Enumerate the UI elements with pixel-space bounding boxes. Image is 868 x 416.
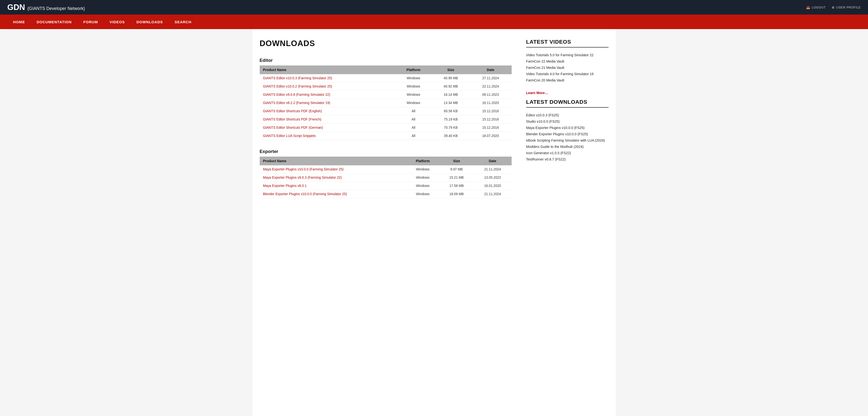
cell-date: 22.11.2024 [469,82,512,91]
table-row: GIANTS Editor v10.0.3 (Farming Simulator… [260,74,512,82]
latest-videos-title: LATEST VIDEOS [526,39,609,45]
header-actions: 📤 LOGOUT 🖥 USER PROFILE [806,6,861,9]
main-layout: DOWNLOADS Editor Product NamePlatformSiz… [252,29,616,416]
download-link[interactable]: Blender Exporter Plugins v10.0.0 (Farmin… [263,192,347,196]
cell-size: 75.19 KB [432,115,469,124]
editor-table: Product NamePlatformSizeDate GIANTS Edit… [260,65,512,140]
col-size: Size [432,65,469,74]
latest-downloads-title: LATEST DOWNLOADS [526,99,609,105]
logout-label: LOGOUT [812,6,826,9]
cell-platform: Windows [406,174,439,182]
cell-size: 65.56 KB [432,107,469,115]
cell-size: 13.34 MB [432,99,469,107]
cell-date: 09.11.2023 [469,91,512,99]
list-item: Blender Exporter Plugins v10.0.0 (FS25) [526,131,609,137]
cell-date: 16.01.2020 [474,182,512,190]
download-link[interactable]: GIANTS Editor Shortcuts PDF (French) [263,118,321,121]
cell-date: 13.05.2022 [474,174,512,182]
latest-videos-list: Video Tutorials 5.0 for Farming Simulato… [526,52,609,83]
editor-section-title: Editor [260,58,512,63]
cell-date: 21.11.2024 [474,165,512,174]
list-item: Icon Generator v1.0.5 (FS22) [526,150,609,156]
logout-button[interactable]: 📤 LOGOUT [806,6,826,9]
cell-date: 27.11.2024 [469,74,512,82]
col-date: Date [474,157,512,165]
table-row: GIANTS Editor v10.0.2 (Farming Simulator… [260,82,512,91]
editor-table-body: GIANTS Editor v10.0.3 (Farming Simulator… [260,74,512,140]
cell-size: 18.09 MB [439,190,473,198]
nav-item-forum[interactable]: FORUM [78,14,104,29]
download-link[interactable]: Maya Exporter Plugins v9.0.3 (Farming Si… [263,176,342,179]
table-row: GIANTS Editor Shortcuts PDF (German)All7… [260,124,512,132]
list-item: Maya Exporter Plugins v10.0.0 (FS25) [526,125,609,131]
cell-platform: All [395,107,432,115]
cell-platform: All [395,115,432,124]
cell-platform: Windows [406,190,439,198]
cell-date: 16.11.2020 [469,99,512,107]
list-item: TestRunner v0.8.7 (FS22) [526,156,609,162]
header: GDN {GIANTS Developer Network} 📤 LOGOUT … [0,0,868,14]
col-date: Date [469,65,512,74]
download-link[interactable]: Maya Exporter Plugins v8.0.1 [263,184,307,188]
col-product-name: Product Name [260,157,406,165]
cell-platform: Windows [395,91,432,99]
user-profile-button[interactable]: 🖥 USER PROFILE [831,6,861,9]
exporter-section-title: Exporter [260,149,512,154]
logo-subtitle-text: {GIANTS Developer Network} [27,6,85,11]
learn-more-link[interactable]: Learn More… [526,91,548,95]
exporter-table-body: Maya Exporter Plugins v10.0.0 (Farming S… [260,165,512,198]
nav-item-documentation[interactable]: DOCUMENTATION [31,14,78,29]
latest-downloads-list: Editor v10.0.3 (FS25)Studio v10.0.0 (FS2… [526,112,609,162]
exporter-section: Exporter Product NamePlatformSizeDate Ma… [260,149,512,198]
logo-gdn-text: GDN [7,3,25,12]
download-link[interactable]: GIANTS Editor v10.0.2 (Farming Simulator… [263,85,332,88]
cell-size: 17.58 MB [439,182,473,190]
download-link[interactable]: GIANTS Editor Shortcuts PDF (German) [263,126,323,129]
nav-item-home[interactable]: HOME [7,14,31,29]
exporter-table-head: Product NamePlatformSizeDate [260,157,512,165]
cell-size: 70.79 KB [432,124,469,132]
list-item: FarmCon 20 Media Vault [526,77,609,83]
user-profile-label: USER PROFILE [836,6,861,9]
download-link[interactable]: GIANTS Editor Shortcuts PDF (English) [263,109,322,113]
download-link[interactable]: Maya Exporter Plugins v10.0.0 (Farming S… [263,168,344,171]
exporter-table: Product NamePlatformSizeDate Maya Export… [260,157,512,198]
table-row: GIANTS Editor v9.0.6 (Farming Simulator … [260,91,512,99]
editor-section: Editor Product NamePlatformSizeDate GIAN… [260,58,512,140]
download-link[interactable]: GIANTS Editor v8.2.2 (Farming Simulator … [263,101,331,105]
table-row: GIANTS Editor v8.2.2 (Farming Simulator … [260,99,512,107]
cell-size: 15.21 MB [439,174,473,182]
list-item: FarmCon 21 Media Vault [526,64,609,71]
editor-table-head: Product NamePlatformSizeDate [260,65,512,74]
editor-table-header-row: Product NamePlatformSizeDate [260,65,512,74]
cell-platform: Windows [395,99,432,107]
latest-videos-divider [526,47,609,48]
cell-platform: Windows [395,74,432,82]
nav-item-downloads[interactable]: DOWNLOADS [131,14,168,29]
latest-downloads-divider [526,107,609,108]
download-link[interactable]: GIANTS Editor v9.0.6 (Farming Simulator … [263,93,331,96]
nav-item-videos[interactable]: VIDEOS [104,14,131,29]
list-item: Video Tutorials 5.0 for Farming Simulato… [526,52,609,58]
col-platform: Platform [395,65,432,74]
list-item: Video Tutorials 4.0 for Farming Simulato… [526,71,609,77]
cell-size: 9.97 MB [439,165,473,174]
cell-date: 15.12.2016 [469,107,512,115]
cell-size: 18.14 MB [432,91,469,99]
table-row: Blender Exporter Plugins v10.0.0 (Farmin… [260,190,512,198]
download-link[interactable]: GIANTS Editor v10.0.3 (Farming Simulator… [263,77,332,80]
col-platform: Platform [406,157,439,165]
table-row: GIANTS Editor LUA Script SnippetsAll39.4… [260,132,512,140]
cell-date: 15.12.2016 [469,115,512,124]
table-row: GIANTS Editor Shortcuts PDF (English)All… [260,107,512,115]
list-item: eBook Scripting Farming Simulator with L… [526,137,609,144]
download-link[interactable]: GIANTS Editor LUA Script Snippets [263,134,316,138]
table-row: Maya Exporter Plugins v9.0.3 (Farming Si… [260,174,512,182]
list-item: Editor v10.0.3 (FS25) [526,112,609,118]
list-item: FarmCon 22 Media Vault [526,58,609,64]
table-row: Maya Exporter Plugins v10.0.0 (Farming S… [260,165,512,174]
cell-date: 15.12.2016 [469,124,512,132]
logout-icon: 📤 [806,6,810,9]
cell-size: 40.92 MB [432,82,469,91]
nav-item-search[interactable]: SEARCH [169,14,197,29]
